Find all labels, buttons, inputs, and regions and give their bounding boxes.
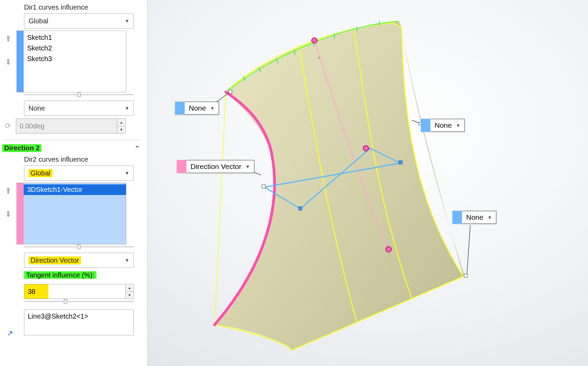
dir2-influence-dropdown[interactable]: Global ▼ [24, 165, 134, 181]
svg-rect-16 [262, 185, 265, 188]
dir2-slider[interactable] [24, 244, 134, 249]
svg-line-6 [357, 27, 357, 32]
list-item[interactable]: Sketch3 [24, 54, 126, 64]
chevron-down-icon: ▼ [125, 170, 129, 176]
dir1-influence-dropdown[interactable]: Global ▼ [24, 13, 134, 28]
list-item[interactable]: 3DSketch1-Vector [24, 184, 126, 195]
chevron-down-icon[interactable]: ▼ [456, 123, 460, 128]
tangent-influence-field[interactable] [24, 284, 48, 299]
svg-line-11 [467, 225, 470, 275]
draft-angle-field [16, 119, 117, 133]
dir2-curves-influence-label: Dir2 curves influence [0, 154, 144, 165]
svg-point-12 [312, 38, 317, 43]
chevron-down-icon: ▼ [125, 105, 129, 111]
slider-thumb[interactable] [77, 92, 81, 97]
move-up-icon[interactable]: ⬆ [5, 34, 12, 44]
dir1-stripe [17, 31, 24, 92]
slider-thumb[interactable] [64, 299, 67, 304]
svg-rect-15 [229, 90, 232, 93]
callout-label: None [466, 213, 483, 221]
dir1-reorder-buttons: ⬆ ⬇ [5, 34, 12, 67]
move-down-icon[interactable]: ⬇ [5, 57, 12, 67]
dir1-slider[interactable] [24, 92, 134, 97]
svg-rect-20 [464, 274, 468, 277]
callout-label: None [189, 104, 206, 112]
dir2-influence-value: Global [28, 169, 53, 177]
callout-label: Direction Vector [191, 162, 241, 171]
callout-none-bottom-right[interactable]: None ▼ [452, 211, 496, 224]
callout-swatch [177, 160, 186, 173]
callout-swatch [452, 211, 462, 224]
spin-up-icon[interactable]: ▲ [126, 284, 134, 292]
apply-direction-icon[interactable]: ↗ [7, 329, 13, 338]
callout-none-top-left[interactable]: None ▼ [175, 102, 219, 115]
callout-swatch [421, 119, 430, 132]
dir1-sketch-listbox[interactable]: Sketch1 Sketch2 Sketch3 [16, 31, 126, 92]
dir2-sketch-listbox[interactable]: 3DSketch1-Vector [16, 183, 126, 244]
move-down-icon[interactable]: ⬇ [5, 209, 12, 219]
chevron-down-icon[interactable]: ▼ [245, 164, 250, 169]
reset-rotation-icon[interactable]: ⟳ [5, 122, 11, 130]
callout-direction-vector[interactable]: Direction Vector ▼ [177, 160, 254, 173]
chevron-down-icon: ▼ [125, 18, 129, 24]
svg-point-14 [386, 247, 391, 252]
dir1-influence-value: Global [28, 17, 48, 25]
svg-text:+: + [317, 55, 321, 61]
spin-down-icon[interactable]: ▼ [126, 292, 134, 299]
callout-label: None [435, 121, 452, 129]
property-panel: Dir1 curves influence Global ▼ ⬆ ⬇ Sketc… [0, 0, 148, 366]
direction2-title: Direction 2 [2, 144, 42, 152]
divider [2, 140, 142, 140]
list-item[interactable]: Sketch1 [24, 32, 126, 43]
callout-none-right[interactable]: None ▼ [421, 119, 465, 132]
callout-swatch [175, 102, 185, 115]
list-item[interactable]: Sketch2 [24, 43, 126, 54]
direction-vector-ref-box[interactable]: Line3@Sketch2<1> [24, 309, 134, 335]
chevron-up-icon[interactable]: ⌃ [135, 145, 140, 152]
model-geometry: + [148, 0, 588, 366]
direction-vector-ref: Line3@Sketch2<1> [28, 312, 88, 320]
spin-down-icon: ▼ [117, 126, 125, 134]
chevron-down-icon: ▼ [125, 258, 129, 263]
dir1-tangent-type-value: None [28, 104, 45, 112]
dir2-tangent-type-dropdown[interactable]: Direction Vector ▼ [24, 253, 134, 268]
svg-rect-17 [299, 207, 302, 210]
graphics-viewport[interactable]: + None ▼ Direction Vector ▼ None ▼ None … [148, 0, 588, 366]
chevron-down-icon[interactable]: ▼ [487, 215, 492, 220]
tangent-influence-label: Tangent influence (%): [0, 268, 144, 281]
direction2-header[interactable]: Direction 2 ⌃ [0, 142, 144, 154]
slider-thumb[interactable] [77, 244, 81, 249]
tangent-influence-slider[interactable] [24, 299, 134, 304]
dir2-tangent-type-value: Direction Vector [28, 256, 81, 264]
dir2-stripe [17, 183, 24, 244]
spin-up-icon: ▲ [117, 119, 125, 126]
svg-rect-18 [399, 161, 402, 164]
dir1-curves-influence-label: Dir1 curves influence [0, 2, 144, 13]
tangent-influence-input[interactable]: ▲ ▼ [24, 284, 134, 299]
chevron-down-icon[interactable]: ▼ [210, 106, 215, 111]
move-up-icon[interactable]: ⬆ [5, 186, 12, 196]
dir1-tangent-type-dropdown[interactable]: None ▼ [24, 101, 134, 116]
svg-point-13 [363, 146, 369, 151]
dir2-reorder-buttons: ⬆ ⬇ [5, 186, 12, 219]
dir1-draft-angle-input: ▲ ▼ [16, 118, 126, 134]
